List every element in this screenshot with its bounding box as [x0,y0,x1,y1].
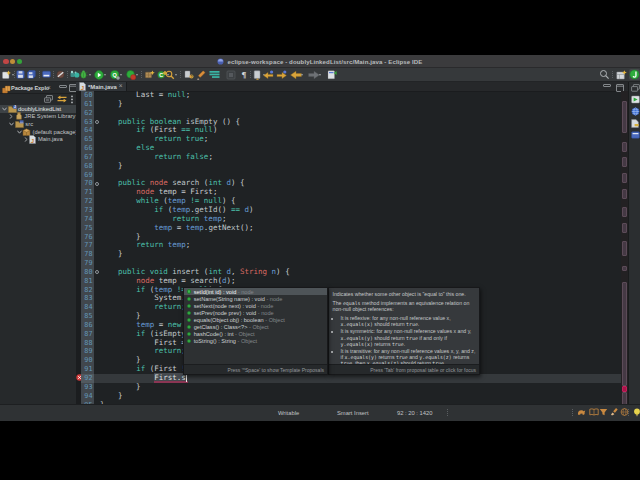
completion-item-equals[interactable]: equals(Object obj) : boolean - Object [184,316,327,323]
show-source-button[interactable] [210,70,219,79]
completion-item-setId[interactable]: setId(int id) : void - node [184,288,327,295]
window-titlebar[interactable]: eclipse-workspace - doublyLinkedList/src… [0,55,640,68]
save-button[interactable] [16,70,25,79]
statusbar-separator [447,409,448,416]
previous-edit-button[interactable] [264,70,273,79]
ruler-marker[interactable] [622,142,627,152]
coverage-button[interactable] [126,70,135,79]
debug-dropdown-icon[interactable] [89,74,91,76]
javadoc-bullet-list: It is reflexive: for any non-null refere… [341,315,477,364]
completion-item-getClass[interactable]: getClass() : Class<?> - Object [184,323,327,330]
view-menu-icon[interactable] [70,95,74,104]
close-tab-icon[interactable]: × [119,83,123,90]
next-edit-button[interactable] [277,70,286,79]
ruler-marker[interactable] [622,157,627,167]
completion-signature: getClass() : Class<?> [194,324,248,330]
search-button[interactable] [165,70,174,79]
svg-text:J: J [14,105,16,109]
minimize-view-icon[interactable] [59,85,67,91]
ruler-marker[interactable] [622,223,627,233]
chevron-right-icon[interactable] [24,137,28,141]
java-perspective-button[interactable] [629,69,640,80]
fold-marker-icon[interactable] [95,182,99,186]
completion-item-hashCode[interactable]: hashCode() : int - Object [184,331,327,338]
chevron-down-icon[interactable] [2,107,6,111]
ruler-marker[interactable] [622,207,627,217]
package-explorer-tab-bar: Package Explo × [0,82,76,94]
completion-declaring-type: - node [265,296,282,302]
ruler-marker[interactable] [622,101,627,133]
completion-item-setName[interactable]: setName(String name) : void - node [184,295,327,302]
ruler-marker[interactable] [622,241,627,256]
tree-item-main-java[interactable]: JMain.java [0,135,76,143]
skip-breakpoints-button[interactable] [56,70,65,79]
new-java-project-button[interactable] [145,70,154,79]
tree-item-jre-system-library-ja[interactable]: JRE System Library [Ja [0,113,76,121]
minimized-view-3-icon[interactable] [631,119,639,128]
chevron-right-icon[interactable] [9,114,13,118]
show-whitespace-button[interactable]: ¶ [239,70,248,79]
external-tools-dropdown-icon[interactable] [120,74,122,76]
fold-marker-icon[interactable] [95,120,99,124]
fold-marker-icon[interactable] [95,270,99,274]
ruler-marker[interactable] [622,266,627,271]
restore-view-icon[interactable] [631,84,640,92]
mark-occurrences-icon [196,70,206,80]
collapse-all-icon[interactable] [44,95,53,103]
ruler-marker[interactable] [622,392,627,404]
annotations-button[interactable]: ? [184,70,193,79]
completion-item-setPrev[interactable]: setPrev(node prev) : void - node [184,309,327,316]
ruler-marker[interactable] [622,282,627,386]
new-wizard-button[interactable] [2,70,11,79]
tree-item-default-package[interactable]: (default package) [0,128,76,136]
run-button[interactable] [94,70,103,79]
debug-button[interactable] [79,70,88,79]
save-all-button[interactable] [27,70,36,79]
quick-search-button[interactable] [599,69,610,80]
run-dropdown-icon[interactable] [104,74,106,76]
package-explorer-tab[interactable]: Package Explo [11,85,49,91]
minimized-view-4-icon[interactable] [631,131,640,139]
back-button[interactable] [291,70,300,79]
block-selection-button[interactable] [226,70,235,79]
svg-text:J: J [81,85,84,91]
minimized-view-2-icon[interactable] [631,107,640,116]
tips-bulb-icon[interactable] [633,408,640,417]
filter-status-icon[interactable] [599,408,608,416]
back-dropdown-icon[interactable] [301,74,303,76]
forward-dropdown-icon[interactable] [319,74,321,76]
servers-button[interactable] [70,70,79,79]
search-dropdown-icon[interactable] [175,74,177,76]
completion-item-setNext[interactable]: setNext(node next) : void - node [184,302,327,309]
theme-status-icon[interactable] [610,408,619,416]
close-view-icon[interactable]: × [47,85,51,92]
package-explorer-toolbar [44,94,74,104]
toolbar-separator [67,71,68,78]
overview-ruler[interactable] [621,91,628,404]
docs-status-icon[interactable] [589,408,599,416]
tree-item-doublylinkedlist[interactable]: JdoublyLinkedList [0,105,76,113]
next-annotation-button[interactable] [253,70,262,79]
ruler-marker[interactable] [622,189,627,199]
minimized-view-1-icon[interactable] [631,95,640,104]
open-perspective-button[interactable] [616,69,627,80]
ruler-marker[interactable] [622,173,627,183]
tree-item-src[interactable]: src [0,120,76,128]
link-with-editor-icon[interactable] [57,95,67,103]
javadoc-popup-footer: Press 'Tab' from proposal table or click… [329,364,479,375]
gradle-status-icon[interactable] [577,408,586,416]
mark-occurrences-button[interactable] [196,70,205,79]
console-button[interactable] [42,70,51,79]
completion-footer-text: Press '^Space' to show Template Proposal… [228,367,324,373]
chevron-down-icon[interactable] [9,122,13,126]
completion-item-toString[interactable]: toString() : String - Object [184,338,327,345]
editor-tab-main-java[interactable]: J *Main.java × [76,82,127,91]
error-underline [154,381,188,383]
svg-text:J: J [31,137,34,143]
coverage-dropdown-icon[interactable] [136,74,138,76]
web-status-icon[interactable] [620,408,629,416]
open-type-button[interactable] [327,70,336,79]
chevron-down-icon[interactable] [17,130,21,134]
forward-button[interactable] [309,70,318,79]
external-tools-button[interactable]: Q [110,70,119,79]
